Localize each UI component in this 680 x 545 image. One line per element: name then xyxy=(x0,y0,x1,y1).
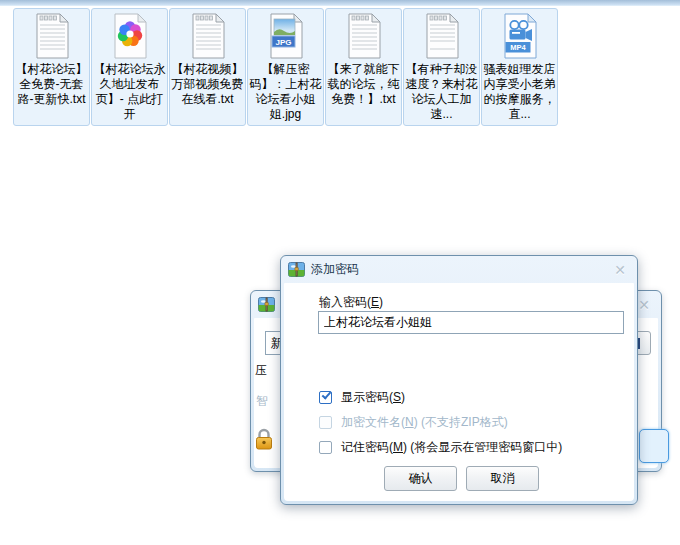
label-text: ) xyxy=(379,295,383,309)
label-text: 输入密码( xyxy=(319,295,371,309)
text-file-icon xyxy=(188,12,228,62)
archive-option-label: 压 xyxy=(255,362,267,379)
desktop-icon-row: 【村花论坛】全免费-无套路-更新快.txt 【村花论坛永久地址发布页】- 点此打… xyxy=(13,8,558,126)
desktop-icon-label: 【解压密码】：上村花论坛看小姐姐.jpg xyxy=(250,62,322,122)
desktop-icon-label: 【有种子却没速度？来村花论坛人工加速... xyxy=(406,62,478,122)
jpg-badge: JPG xyxy=(275,38,291,47)
mp4-badge: MP4 xyxy=(510,43,526,52)
desktop-icon-mp4-video[interactable]: MP4 骚表姐理发店内享受小老弟的按摩服务，直... xyxy=(481,8,558,126)
jpg-image-file-icon: JPG xyxy=(266,12,306,62)
checkbox-checked-icon[interactable] xyxy=(319,391,332,404)
desktop-icon-label: 【村花视频】万部视频免费在线看.txt xyxy=(172,62,244,107)
checkbox-show-password[interactable]: 显示密码(S) xyxy=(319,389,405,406)
pinwheel-browser-icon xyxy=(110,12,150,62)
desktop-icon-jpg-password[interactable]: JPG 【解压密码】：上村花论坛看小姐姐.jpg xyxy=(247,8,324,126)
desktop-icon-txt-seed[interactable]: 【有种子却没速度？来村花论坛人工加速... xyxy=(403,8,480,126)
desktop-icon-forum-link[interactable]: 【村花论坛永久地址发布页】- 点此打开 xyxy=(91,8,168,126)
desktop-icon-txt-video[interactable]: 【村花视频】万部视频免费在线看.txt xyxy=(169,8,246,126)
window-edge-strip xyxy=(0,0,680,6)
text-file-icon xyxy=(344,12,384,62)
cancel-button[interactable]: 取消 xyxy=(466,466,539,491)
checkbox-label: 加密文件名(N) (不支持ZIP格式) xyxy=(341,414,508,431)
archiver-app-icon xyxy=(288,262,305,277)
desktop-icon-label: 【来了就能下载的论坛，纯免费！】.txt xyxy=(328,62,400,107)
text-file-icon xyxy=(32,12,72,62)
checkbox-disabled-icon xyxy=(319,416,332,429)
mp4-video-file-icon: MP4 xyxy=(500,12,540,62)
desktop-icon-label: 骚表姐理发店内享受小老弟的按摩服务，直... xyxy=(484,62,556,122)
confirm-button[interactable]: 确认 xyxy=(384,466,457,491)
checkbox-unchecked-icon[interactable] xyxy=(319,441,332,454)
checkbox-label: 显示密码(S) xyxy=(341,389,405,406)
dialog-title: 添加密码 xyxy=(311,261,359,278)
desktop-icon-label: 【村花论坛永久地址发布页】- 点此打开 xyxy=(94,62,166,122)
password-dialog-body: 输入密码(E) 显示密码(S) 加密文件名(N) (不支持ZIP格式) 记住密码… xyxy=(284,283,634,501)
password-field-label: 输入密码(E) xyxy=(319,294,383,311)
add-password-dialog: 添加密码 ✕ 输入密码(E) 显示密码(S) 加密文件名(N) (不支持ZIP格… xyxy=(280,255,638,505)
desktop-icon-txt-free[interactable]: 【来了就能下载的论坛，纯免费！】.txt xyxy=(325,8,402,126)
text-file-icon xyxy=(422,12,462,62)
archive-option-label-disabled: 智 xyxy=(256,393,268,410)
password-dialog-titlebar[interactable]: 添加密码 ✕ xyxy=(281,256,637,283)
archiver-app-icon xyxy=(258,297,275,312)
desktop-icon-txt-forum[interactable]: 【村花论坛】全免费-无套路-更新快.txt xyxy=(13,8,90,126)
set-password-button[interactable] xyxy=(639,429,669,463)
checkbox-encrypt-filenames: 加密文件名(N) (不支持ZIP格式) xyxy=(319,414,508,431)
padlock-icon xyxy=(254,428,274,450)
checkbox-label: 记住密码(M) (将会显示在管理密码窗口中) xyxy=(341,439,562,456)
checkbox-remember-password[interactable]: 记住密码(M) (将会显示在管理密码窗口中) xyxy=(319,439,562,456)
access-key: E xyxy=(371,295,379,309)
desktop-icon-label: 【村花论坛】全免费-无套路-更新快.txt xyxy=(16,62,88,107)
password-input[interactable] xyxy=(318,311,624,334)
close-icon[interactable]: ✕ xyxy=(611,261,629,279)
